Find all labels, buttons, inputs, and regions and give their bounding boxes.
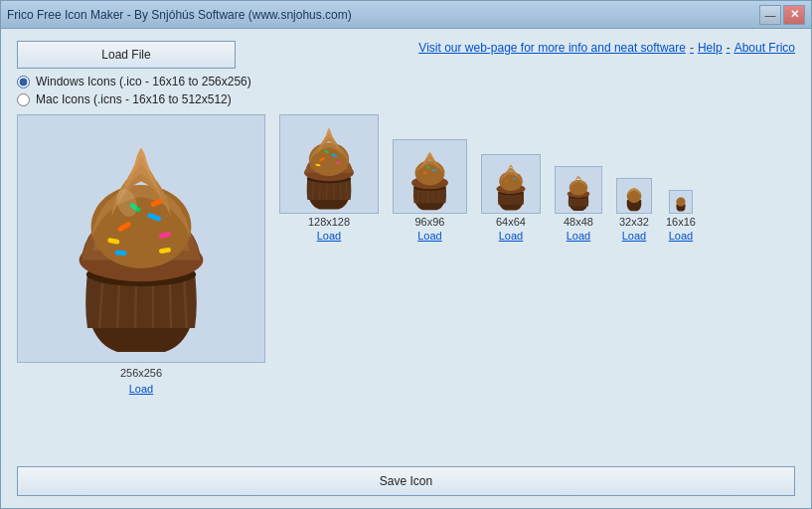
webpage-link[interactable]: Visit our web-page for more info and nea…: [418, 41, 686, 55]
thumb-96: 96x96 Load: [393, 139, 467, 242]
mac-icns-radio[interactable]: [17, 93, 30, 106]
format-radio-group: Windows Icons (.ico - 16x16 to 256x256) …: [17, 75, 251, 106]
size-96-label: 96x96: [415, 216, 445, 228]
preview-96-box: [393, 139, 467, 214]
icons-area: 256x256 Load: [17, 114, 795, 454]
thumb-48: 48x48 Load: [555, 166, 602, 242]
thumb-16: 16x16 Load: [666, 190, 696, 242]
windows-ico-radio[interactable]: [17, 76, 30, 88]
svg-point-54: [676, 198, 685, 207]
separator2: -: [727, 41, 731, 55]
left-controls: Load File Windows Icons (.ico - 16x16 to…: [17, 41, 251, 106]
cupcake-96-image: [395, 141, 465, 212]
windows-ico-label: Windows Icons (.ico - 16x16 to 256x256): [36, 75, 251, 88]
preview-256-box: [17, 114, 265, 363]
info-link-bar: Visit our web-page for more info and nea…: [418, 41, 795, 55]
load-48-link[interactable]: Load: [567, 230, 590, 242]
load-256-link[interactable]: Load: [129, 383, 153, 395]
svg-point-39: [415, 161, 445, 186]
windows-ico-option[interactable]: Windows Icons (.ico - 16x16 to 256x256): [17, 75, 251, 88]
thumb-32: 32x32 Load: [616, 178, 652, 242]
help-link[interactable]: Help: [698, 41, 723, 55]
preview-16-box: [669, 190, 693, 214]
mac-icns-option[interactable]: Mac Icons (.icns - 16x16 to 512x512): [17, 92, 251, 106]
svg-point-8: [91, 185, 192, 268]
svg-point-50: [569, 180, 587, 195]
cupcake-48-image: [557, 168, 600, 212]
svg-point-52: [627, 189, 642, 203]
load-file-button[interactable]: Load File: [17, 41, 236, 69]
save-icon-button[interactable]: Save Icon: [17, 466, 795, 496]
size-256-label: 256x256: [120, 367, 162, 379]
cupcake-64-image: [483, 156, 539, 212]
title-bar: Frico Free Icon Maker - By Snjóhús Softw…: [1, 1, 811, 29]
size-32-label: 32x32: [619, 216, 649, 228]
load-16-link[interactable]: Load: [669, 230, 693, 242]
minimize-button[interactable]: —: [759, 5, 781, 25]
save-bar: Save Icon: [17, 462, 795, 496]
cupcake-128-image: [281, 116, 377, 212]
main-preview: 256x256 Load: [17, 114, 265, 395]
size-16-label: 16x16: [666, 216, 696, 228]
thumb-64: 64x64 Load: [481, 154, 541, 242]
preview-32-box: [616, 178, 652, 214]
window-title: Frico Free Icon Maker - By Snjóhús Softw…: [7, 8, 352, 22]
content-area: Load File Windows Icons (.ico - 16x16 to…: [1, 29, 811, 508]
window-controls: — ✕: [759, 5, 805, 25]
preview-64-box: [481, 154, 541, 214]
preview-48-box: [555, 166, 602, 214]
top-row: Load File Windows Icons (.ico - 16x16 to…: [17, 41, 795, 106]
load-64-link[interactable]: Load: [499, 230, 523, 242]
preview-128-box: [279, 114, 379, 214]
main-window: Frico Free Icon Maker - By Snjóhús Softw…: [0, 0, 812, 509]
load-32-link[interactable]: Load: [622, 230, 646, 242]
cupcake-32-image: [618, 180, 650, 212]
size-64-label: 64x64: [496, 216, 526, 228]
separator1: -: [690, 41, 694, 55]
size-48-label: 48x48: [564, 216, 593, 228]
about-link[interactable]: About Frico: [734, 41, 795, 55]
cupcake-16-image: [671, 192, 691, 212]
svg-point-45: [499, 171, 523, 191]
load-128-link[interactable]: Load: [317, 230, 341, 242]
svg-point-26: [309, 142, 349, 176]
load-96-link[interactable]: Load: [417, 230, 441, 242]
thumbs-row: 128x128 Load: [279, 114, 696, 242]
cupcake-large-image: [22, 119, 260, 358]
size-128-label: 128x128: [308, 216, 350, 228]
close-button[interactable]: ✕: [783, 5, 805, 25]
mac-icns-label: Mac Icons (.icns - 16x16 to 512x512): [36, 92, 232, 106]
thumb-128: 128x128 Load: [279, 114, 379, 242]
